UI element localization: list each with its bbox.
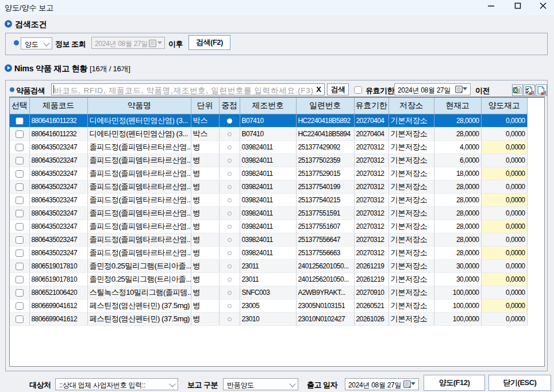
svg-text:X: X bbox=[514, 87, 517, 93]
svg-text:all: all bbox=[541, 90, 547, 96]
svg-text:all: all bbox=[529, 90, 534, 96]
